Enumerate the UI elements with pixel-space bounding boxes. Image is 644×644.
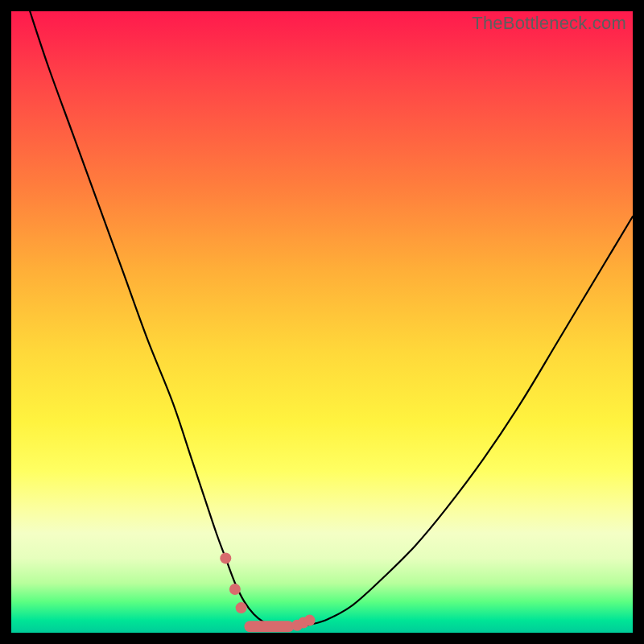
optimum-dot bbox=[304, 615, 316, 626]
optimum-bar bbox=[245, 621, 295, 632]
curve-line bbox=[30, 11, 633, 627]
chart-frame: TheBottleneck.com bbox=[11, 11, 633, 633]
optimum-dot bbox=[236, 602, 247, 613]
optimum-markers bbox=[220, 552, 315, 632]
bottleneck-curve-plot bbox=[11, 11, 633, 633]
optimum-dot bbox=[220, 552, 231, 564]
optimum-dot bbox=[229, 584, 241, 595]
